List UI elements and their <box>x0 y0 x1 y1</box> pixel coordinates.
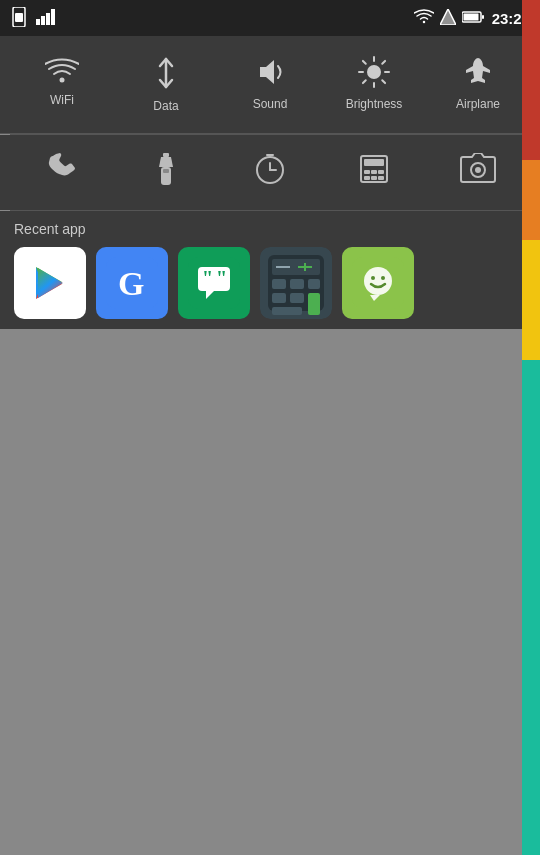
utility-phone[interactable] <box>18 145 106 200</box>
brightness-label: Brightness <box>346 97 403 111</box>
svg-rect-10 <box>482 15 484 19</box>
data-icon <box>152 56 180 95</box>
svg-rect-29 <box>364 159 384 166</box>
quick-data[interactable]: Data <box>122 50 210 119</box>
data-label: Data <box>153 99 178 113</box>
recent-apps-row: G " " <box>14 247 526 319</box>
app-messenger[interactable] <box>342 247 414 319</box>
quick-wifi[interactable]: WiFi <box>18 50 106 119</box>
svg-rect-34 <box>371 176 377 180</box>
wifi-icon <box>45 56 79 89</box>
svg-rect-59 <box>308 293 320 315</box>
svg-rect-60 <box>272 307 302 315</box>
phone-icon <box>46 153 78 190</box>
svg-rect-23 <box>163 169 169 173</box>
status-right-icons: 23:29 <box>414 9 530 28</box>
app-google[interactable]: G <box>96 247 168 319</box>
svg-rect-9 <box>463 13 478 20</box>
svg-rect-4 <box>46 13 50 25</box>
status-bar: 23:29 <box>0 0 540 36</box>
svg-text:G: G <box>118 265 144 302</box>
calculator-util-icon <box>358 153 390 190</box>
svg-point-37 <box>475 167 481 173</box>
quick-airplane[interactable]: Airplane <box>434 50 522 119</box>
sim-icon <box>10 7 28 30</box>
airplane-label: Airplane <box>456 97 500 111</box>
wifi-label: WiFi <box>50 93 74 107</box>
svg-rect-35 <box>378 176 384 180</box>
svg-rect-57 <box>272 293 286 303</box>
quick-brightness[interactable]: Brightness <box>330 50 418 119</box>
utility-torch[interactable] <box>122 145 210 200</box>
svg-point-64 <box>381 276 385 280</box>
svg-point-62 <box>364 267 392 295</box>
svg-rect-2 <box>36 19 40 25</box>
status-left-icons <box>10 7 56 30</box>
airplane-icon <box>462 56 494 93</box>
app-calculator-icon[interactable] <box>260 247 332 319</box>
svg-rect-1 <box>15 13 23 22</box>
svg-rect-33 <box>364 176 370 180</box>
utility-calculator[interactable] <box>330 145 418 200</box>
svg-point-63 <box>371 276 375 280</box>
battery-status-icon <box>462 10 484 27</box>
svg-marker-7 <box>440 9 456 25</box>
quick-settings-row: WiFi Data Sound <box>0 44 540 125</box>
svg-rect-3 <box>41 16 45 25</box>
main-content <box>0 329 540 819</box>
utility-timer[interactable] <box>226 145 314 200</box>
svg-rect-32 <box>378 170 384 174</box>
signal-status-icon <box>440 9 456 28</box>
deco-yellow <box>522 240 540 360</box>
utility-row <box>0 135 540 210</box>
svg-rect-58 <box>290 293 304 303</box>
svg-text:": " <box>216 267 227 289</box>
bars-icon <box>36 9 56 28</box>
svg-point-12 <box>367 65 381 79</box>
recent-apps-section: Recent app <box>0 211 540 329</box>
svg-rect-56 <box>308 279 320 289</box>
app-hangouts[interactable]: " " <box>178 247 250 319</box>
svg-line-20 <box>363 80 366 83</box>
svg-line-18 <box>382 80 385 83</box>
svg-point-11 <box>60 78 65 83</box>
camera-icon <box>460 153 496 188</box>
deco-orange <box>522 160 540 240</box>
timer-icon <box>254 153 286 190</box>
brightness-icon <box>358 56 390 93</box>
svg-rect-30 <box>364 170 370 174</box>
svg-line-17 <box>363 61 366 64</box>
wifi-status-icon <box>414 9 434 28</box>
quick-settings-panel: WiFi Data Sound <box>0 36 540 134</box>
svg-line-19 <box>382 61 385 64</box>
app-playstore[interactable] <box>14 247 86 319</box>
torch-icon <box>156 153 176 192</box>
svg-rect-21 <box>163 153 169 157</box>
quick-sound[interactable]: Sound <box>226 50 314 119</box>
svg-text:": " <box>202 267 213 289</box>
svg-rect-54 <box>272 279 286 289</box>
svg-rect-31 <box>371 170 377 174</box>
deco-teal <box>522 360 540 855</box>
recent-label: Recent app <box>14 221 526 237</box>
sound-icon <box>256 56 284 93</box>
svg-rect-5 <box>51 9 55 25</box>
svg-rect-55 <box>290 279 304 289</box>
side-decoration <box>522 0 540 855</box>
sound-label: Sound <box>253 97 288 111</box>
deco-red <box>522 0 540 160</box>
utility-camera[interactable] <box>434 145 522 200</box>
